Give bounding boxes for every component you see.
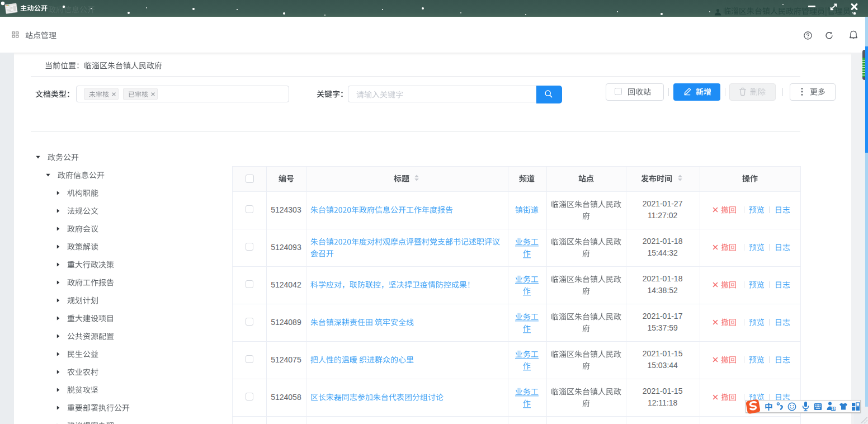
svg-text:19: 19 (831, 407, 836, 411)
